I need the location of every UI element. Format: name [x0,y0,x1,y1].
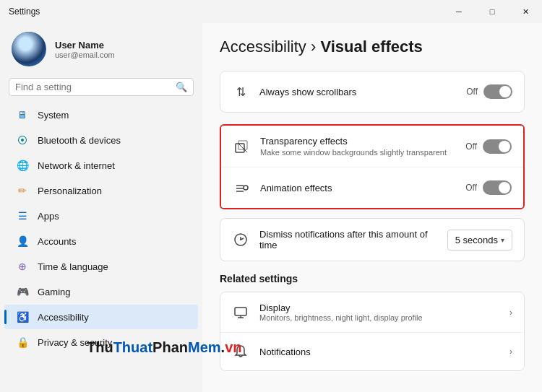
avatar [12,32,46,66]
sidebar-item-time[interactable]: ⊕ Time & language [4,254,198,279]
user-info: User Name user@email.com [55,40,115,59]
search-box[interactable]: 🔍 [9,78,194,96]
display-link-text: Display Monitors, brightness, night ligh… [259,302,499,322]
sidebar-item-gaming[interactable]: 🎮 Gaming [4,279,198,304]
related-settings-title: Related settings [220,273,525,284]
avatar-image [12,32,46,66]
minimize-button[interactable]: ─ [442,0,476,23]
animation-title: Animation effects [260,183,455,193]
notifications-icon [232,231,249,248]
app-body: User Name user@email.com 🔍 🖥 System ⦿ Bl… [0,23,542,392]
chevron-right-icon: › [509,308,512,318]
sidebar-item-label: Apps [38,211,59,222]
page-title-main: Visual effects [320,38,422,56]
sidebar-item-accounts[interactable]: 👤 Accounts [4,229,198,253]
scrollbars-section: ⇅ Always show scrollbars Off [220,71,525,113]
scrollbars-text: Always show scrollbars [259,87,456,97]
scrollbars-setting: ⇅ Always show scrollbars Off [220,71,524,112]
content-area: Accessibility › Visual effects ⇅ Always … [202,23,542,392]
transparency-desc: Make some window backgrounds slightly tr… [260,148,455,157]
scrollbars-toggle[interactable] [483,84,512,99]
apps-icon: ☰ [16,209,29,222]
sidebar-item-bluetooth[interactable]: ⦿ Bluetooth & devices [4,128,198,152]
sidebar-item-label: Network & internet [38,160,115,171]
titlebar-title: Settings [9,6,40,17]
personalization-icon: ✏ [16,184,29,197]
transparency-title: Transparency effects [260,136,455,147]
transparency-icon [233,138,250,155]
scrollbars-icon: ⇅ [232,83,249,100]
user-profile: User Name user@email.com [0,23,202,78]
notifications-setting: Dismiss notifications after this amount … [220,219,524,261]
sidebar-item-label: Bluetooth & devices [38,135,121,146]
sidebar-item-label: Privacy & security [38,337,112,348]
transparency-text: Transparency effects Make some window ba… [260,136,455,157]
sidebar-item-personalization[interactable]: ✏ Personalization [4,178,198,203]
sidebar-nav: 🖥 System ⦿ Bluetooth & devices 🌐 Network… [0,102,202,392]
search-input[interactable] [15,82,171,92]
sidebar-item-label: Gaming [38,287,71,297]
notifications-dropdown[interactable]: 5 seconds ▾ [447,230,512,251]
chevron-down-icon: ▾ [501,236,504,244]
accessibility-icon: ♿ [16,310,29,323]
animation-setting: Animation effects Off [221,167,523,208]
notifications-title: Dismiss notifications after this amount … [259,229,437,251]
titlebar: Settings ─ □ ✕ [0,0,542,23]
svg-point-9 [240,239,241,240]
notifications-control: 5 seconds ▾ [447,230,512,251]
sidebar: User Name user@email.com 🔍 🖥 System ⦿ Bl… [0,23,202,392]
scrollbars-value: Off [466,87,478,97]
display-link-desc: Monitors, brightness, night light, displ… [259,313,499,322]
scrollbars-control: Off [466,84,512,99]
sidebar-item-label: Time & language [38,261,108,272]
notifications-section: Dismiss notifications after this amount … [220,218,525,261]
sidebar-item-label: Accounts [38,236,76,247]
sidebar-item-privacy[interactable]: 🔒 Privacy & security [4,330,198,354]
sidebar-item-label: System [38,110,69,121]
dropdown-value: 5 seconds [455,235,498,245]
sidebar-item-accessibility[interactable]: ♿ Accessibility [4,305,198,329]
maximize-button[interactable]: □ [476,0,509,23]
svg-point-5 [244,186,248,190]
chevron-right-icon-2: › [509,347,512,357]
page-title: Accessibility › Visual effects [220,38,525,56]
notification-bell-icon [232,343,249,360]
notifications-link-text: Notifications [259,347,499,357]
transparency-setting: Transparency effects Make some window ba… [221,126,523,167]
sidebar-item-system[interactable]: 🖥 System [4,103,198,127]
breadcrumb-separator: › [311,38,320,56]
network-icon: 🌐 [16,159,29,172]
privacy-icon: 🔒 [16,336,29,349]
animation-value: Off [465,183,477,193]
time-icon: ⊕ [16,260,29,273]
gaming-icon: 🎮 [16,285,29,298]
notifications-text: Dismiss notifications after this amount … [259,229,437,251]
breadcrumb-parent: Accessibility [220,38,306,56]
system-icon: 🖥 [16,108,29,121]
transparency-value: Off [465,141,477,152]
highlighted-section: Transparency effects Make some window ba… [220,124,525,209]
display-link-title: Display [259,302,499,313]
scrollbars-title: Always show scrollbars [259,87,456,97]
user-email: user@email.com [55,51,115,59]
notifications-link-title: Notifications [259,347,499,357]
transparency-toggle[interactable] [483,139,512,154]
search-icon: 🔍 [176,82,187,92]
bluetooth-icon: ⦿ [16,134,29,147]
user-name: User Name [55,40,115,51]
sidebar-item-network[interactable]: 🌐 Network & internet [4,153,198,178]
svg-rect-10 [235,308,246,315]
sidebar-item-label: Accessibility [38,312,89,323]
sidebar-item-apps[interactable]: ☰ Apps [4,204,198,228]
related-notifications[interactable]: Notifications › [220,333,524,370]
page-header: Accessibility › Visual effects [220,38,525,56]
transparency-control: Off [465,139,512,154]
sidebar-item-label: Personalization [38,186,102,196]
accounts-icon: 👤 [16,235,29,248]
related-display[interactable]: Display Monitors, brightness, night ligh… [220,292,524,333]
related-settings-list: Display Monitors, brightness, night ligh… [220,292,525,371]
animation-control: Off [465,180,512,195]
animation-icon [233,179,250,196]
animation-toggle[interactable] [483,180,512,195]
close-button[interactable]: ✕ [509,0,542,23]
